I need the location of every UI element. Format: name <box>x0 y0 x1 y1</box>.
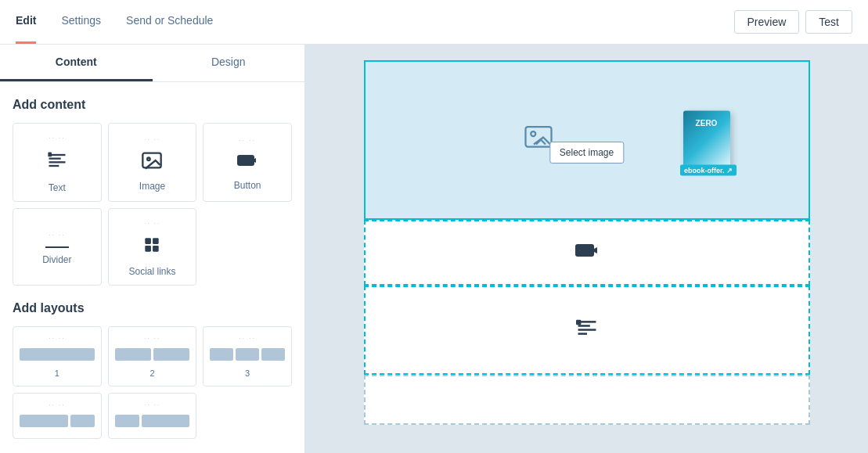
main-layout: Content Design Add content ·· ·· <box>0 45 868 453</box>
email-section-text[interactable] <box>364 286 810 375</box>
content-block-text-label: Text <box>49 182 66 193</box>
layout-block-1[interactable]: ·· ·· 1 <box>13 326 102 386</box>
layout-bar <box>153 348 189 361</box>
image-section-inner: Select image ZERO ebook-offer. ↗ <box>366 62 809 218</box>
tab-send-or-schedule[interactable]: Send or Schedule <box>126 0 213 44</box>
block-dots: ·· ·· <box>144 220 160 227</box>
svg-rect-19 <box>576 320 581 325</box>
content-block-button-label: Button <box>234 180 261 191</box>
svg-rect-4 <box>48 153 52 157</box>
ebook-book-cover: ZERO <box>683 111 730 170</box>
layout-bar <box>20 415 68 427</box>
content-block-button[interactable]: ·· ·· Button <box>203 123 292 202</box>
svg-rect-5 <box>143 153 161 168</box>
image-icon <box>141 151 163 174</box>
test-button[interactable]: Test <box>805 10 852 34</box>
layout-block-5[interactable]: ·· ·· <box>108 393 197 439</box>
button-section-inner <box>366 221 809 284</box>
email-section-button[interactable] <box>364 220 810 286</box>
content-block-image[interactable]: ·· ·· Image <box>108 123 197 202</box>
layout-bar <box>261 348 285 361</box>
email-section-image[interactable]: Select image ZERO ebook-offer. ↗ <box>364 60 810 220</box>
svg-rect-9 <box>153 238 160 244</box>
block-dots: ·· ·· <box>144 401 160 408</box>
svg-point-6 <box>148 158 151 161</box>
preview-button[interactable]: Preview <box>734 10 800 34</box>
svg-rect-11 <box>153 246 160 252</box>
layout-block-2[interactable]: ·· ·· 2 <box>108 326 197 386</box>
layouts-grid: ·· ·· 1 ·· ·· 2 ·· ·· <box>13 326 292 439</box>
nav-actions: Preview Test <box>734 10 852 34</box>
layout-block-4[interactable]: ·· ·· <box>13 393 102 439</box>
sidebar-content: Add content ·· ·· Text ·· ·· <box>0 82 304 453</box>
content-block-social[interactable]: ·· ·· Social links <box>108 208 197 286</box>
content-block-text[interactable]: ·· ·· Text <box>13 123 102 202</box>
button-icon <box>236 152 259 174</box>
button-block-icon <box>574 240 600 265</box>
add-layouts-title: Add layouts <box>13 301 292 315</box>
block-dots: ·· ·· <box>49 335 65 342</box>
email-section-bottom[interactable] <box>364 375 810 425</box>
canvas-area[interactable]: Select image ZERO ebook-offer. ↗ <box>305 45 868 453</box>
content-block-social-label: Social links <box>128 266 175 277</box>
social-icon <box>142 235 162 260</box>
sidebar-tab-design[interactable]: Design <box>153 45 305 81</box>
layout-bar <box>115 415 139 427</box>
block-dots: ·· ·· <box>240 137 256 144</box>
text-section-inner <box>366 287 809 373</box>
block-dots: ·· ·· <box>240 335 256 342</box>
layout-preview-3 <box>210 348 285 361</box>
layout-bar <box>20 348 95 361</box>
svg-point-13 <box>531 131 535 136</box>
select-image-button[interactable]: Select image <box>549 142 624 164</box>
block-dots: ·· ·· <box>144 335 160 342</box>
svg-rect-12 <box>525 127 551 147</box>
layout-1-label: 1 <box>55 369 59 378</box>
svg-rect-8 <box>146 238 152 244</box>
layout-preview-2 <box>115 348 190 361</box>
divider-icon <box>45 246 69 248</box>
bottom-section-inner <box>366 376 809 423</box>
layout-bar <box>236 348 259 361</box>
tab-edit[interactable]: Edit <box>16 0 36 44</box>
layout-block-3[interactable]: ·· ·· 3 <box>203 326 292 386</box>
content-block-divider-label: Divider <box>42 254 71 265</box>
block-dots: ·· ·· <box>49 401 65 408</box>
sidebar-tab-content[interactable]: Content <box>0 45 153 81</box>
layout-bar <box>115 348 151 361</box>
content-block-divider[interactable]: ·· ·· Divider <box>13 208 102 286</box>
layout-preview-4 <box>20 415 95 427</box>
layout-bar <box>142 415 190 427</box>
layout-3-label: 3 <box>245 369 250 378</box>
content-block-image-label: Image <box>139 181 165 192</box>
layout-bar <box>210 348 233 361</box>
ebook-image: ZERO ebook-offer. ↗ <box>683 111 730 170</box>
add-content-title: Add content <box>13 98 292 112</box>
sidebar-tabs: Content Design <box>0 45 304 82</box>
svg-rect-10 <box>146 246 152 252</box>
nav-tabs: Edit Settings Send or Schedule <box>16 0 213 44</box>
email-canvas: Select image ZERO ebook-offer. ↗ <box>364 60 810 425</box>
layout-bar <box>70 415 95 427</box>
sidebar: Content Design Add content ·· ·· <box>0 45 305 453</box>
top-navigation: Edit Settings Send or Schedule Preview T… <box>0 0 868 45</box>
tab-settings[interactable]: Settings <box>61 0 101 44</box>
block-dots: ·· ·· <box>49 135 65 142</box>
layout-preview-5 <box>115 415 190 427</box>
ebook-badge: ebook-offer. ↗ <box>680 165 737 176</box>
layout-preview-1 <box>20 348 95 361</box>
text-icon <box>46 149 68 176</box>
image-placeholder-icon <box>524 126 553 155</box>
block-dots: ·· ·· <box>144 136 160 143</box>
layout-2-label: 2 <box>149 369 154 378</box>
text-block-icon <box>574 317 600 343</box>
block-dots: ·· ·· <box>49 232 65 239</box>
content-blocks-grid: ·· ·· Text ·· ·· <box>13 123 292 286</box>
